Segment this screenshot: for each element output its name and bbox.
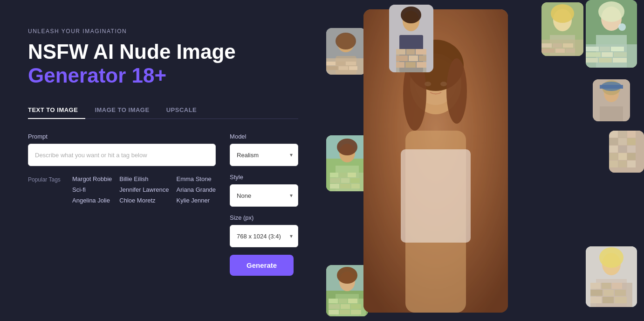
tag-item[interactable]: Margot Robbie xyxy=(72,175,112,182)
svg-rect-66 xyxy=(613,58,627,63)
svg-rect-87 xyxy=(609,160,618,167)
popular-tags-section: Popular Tags Margot RobbieBillie EilishE… xyxy=(28,175,216,204)
svg-rect-61 xyxy=(586,52,601,57)
svg-rect-59 xyxy=(600,47,610,51)
svg-rect-120 xyxy=(590,297,602,303)
size-select[interactable]: 768 x 1024 (3:4) 512 x 512 (1:1) 1024 x … xyxy=(230,225,298,247)
svg-rect-21 xyxy=(326,66,338,70)
svg-rect-85 xyxy=(618,153,627,160)
svg-point-54 xyxy=(598,1,624,22)
svg-rect-88 xyxy=(618,160,627,167)
svg-rect-101 xyxy=(330,178,340,183)
thumb-mid-right1 xyxy=(593,79,630,121)
svg-rect-117 xyxy=(590,290,603,296)
svg-rect-80 xyxy=(627,138,636,145)
svg-rect-47 xyxy=(563,43,573,48)
title-white: NSFW AI Nude Image xyxy=(28,40,236,63)
svg-rect-100 xyxy=(348,173,356,177)
svg-point-111 xyxy=(599,247,623,268)
form-left-col: Prompt Popular Tags Margot RobbieBillie … xyxy=(28,133,216,276)
svg-rect-118 xyxy=(603,290,614,296)
svg-rect-11 xyxy=(363,9,508,313)
tag-item[interactable]: Ariana Grande xyxy=(177,186,216,193)
svg-rect-106 xyxy=(351,184,360,188)
form-right-col: Model Realism Anime Photorealistic Fanta… xyxy=(230,133,298,276)
svg-rect-45 xyxy=(541,43,552,48)
tag-item[interactable]: Sci-fi xyxy=(72,186,112,193)
svg-rect-31 xyxy=(406,49,415,55)
prompt-label: Prompt xyxy=(28,133,216,140)
svg-rect-30 xyxy=(396,49,405,55)
tag-item[interactable]: Kylie Jenner xyxy=(177,197,216,204)
model-select[interactable]: Realism Anime Photorealistic Fantasy xyxy=(230,144,298,166)
tab-text-to-image[interactable]: TEXT TO IMAGE xyxy=(28,102,85,119)
svg-point-42 xyxy=(551,4,574,23)
svg-rect-102 xyxy=(341,178,349,183)
svg-rect-114 xyxy=(590,283,601,289)
svg-rect-89 xyxy=(627,160,636,167)
svg-rect-138 xyxy=(340,310,350,314)
svg-rect-121 xyxy=(603,297,614,303)
svg-rect-35 xyxy=(419,56,426,61)
tab-upscale[interactable]: UPSCALE xyxy=(166,102,205,119)
svg-rect-98 xyxy=(330,173,338,177)
tag-item[interactable]: Emma Stone xyxy=(177,175,216,182)
svg-rect-48 xyxy=(541,49,555,53)
svg-rect-122 xyxy=(615,297,627,303)
gallery xyxy=(326,0,644,321)
tagline: UNLEASH YOUR IMAGINATION xyxy=(28,28,298,35)
svg-rect-77 xyxy=(627,131,636,138)
left-panel: UNLEASH YOUR IMAGINATION NSFW AI Nude Im… xyxy=(0,0,326,321)
svg-rect-63 xyxy=(614,52,627,57)
svg-point-95 xyxy=(337,139,357,155)
right-panel xyxy=(326,0,644,321)
style-label: Style xyxy=(230,174,298,181)
svg-rect-34 xyxy=(409,56,418,61)
svg-rect-86 xyxy=(627,153,636,160)
svg-rect-62 xyxy=(602,52,613,57)
svg-rect-132 xyxy=(339,299,347,303)
svg-rect-60 xyxy=(611,47,624,51)
size-select-wrapper: 768 x 1024 (3:4) 512 x 512 (1:1) 1024 x … xyxy=(230,225,298,247)
style-select[interactable]: None Cinematic Portrait Artistic xyxy=(230,184,298,207)
model-group: Model Realism Anime Photorealistic Fanta… xyxy=(230,133,298,166)
tag-item[interactable]: Jennifer Lawrence xyxy=(119,186,169,193)
svg-rect-70 xyxy=(600,106,623,121)
tab-image-to-image[interactable]: IMAGE TO IMAGE xyxy=(95,102,157,119)
size-label: Size (px) xyxy=(230,214,298,221)
svg-rect-133 xyxy=(348,299,357,303)
svg-rect-82 xyxy=(618,146,627,153)
thumb-top-left xyxy=(326,28,366,75)
svg-rect-75 xyxy=(609,131,618,138)
svg-rect-20 xyxy=(346,62,356,65)
thumb-bottom-left xyxy=(326,265,368,316)
svg-rect-84 xyxy=(609,153,618,160)
svg-rect-79 xyxy=(618,138,627,145)
svg-rect-32 xyxy=(416,49,426,55)
style-group: Style None Cinematic Portrait Artistic ▾ xyxy=(230,174,298,207)
svg-rect-44 xyxy=(541,40,583,56)
svg-rect-119 xyxy=(615,290,626,296)
svg-rect-105 xyxy=(340,184,350,188)
svg-rect-135 xyxy=(341,304,350,309)
svg-rect-37 xyxy=(405,62,416,68)
thumb-top-right1 xyxy=(541,2,583,56)
svg-rect-103 xyxy=(350,178,360,183)
style-select-wrapper: None Cinematic Portrait Artistic ▾ xyxy=(230,184,298,207)
thumb-mid-right2 xyxy=(609,131,644,173)
tag-item[interactable]: Chloe Moretz xyxy=(119,197,169,204)
svg-point-15 xyxy=(336,33,356,49)
popular-tags-label: Popular Tags xyxy=(28,175,68,183)
svg-rect-72 xyxy=(600,85,623,89)
generate-button[interactable]: Generate xyxy=(230,255,294,276)
tag-item[interactable]: Billie Eilish xyxy=(119,175,169,182)
thumb-top-far-right xyxy=(586,0,637,68)
tag-item[interactable]: Angelina Jolie xyxy=(72,197,112,204)
tabs-container: TEXT TO IMAGE IMAGE TO IMAGE UPSCALE xyxy=(28,101,298,119)
model-label: Model xyxy=(230,133,298,140)
prompt-input[interactable] xyxy=(28,144,216,166)
svg-rect-136 xyxy=(351,304,361,309)
svg-rect-78 xyxy=(609,138,618,145)
form-container: Prompt Popular Tags Margot RobbieBillie … xyxy=(28,133,298,276)
svg-rect-137 xyxy=(329,310,339,314)
